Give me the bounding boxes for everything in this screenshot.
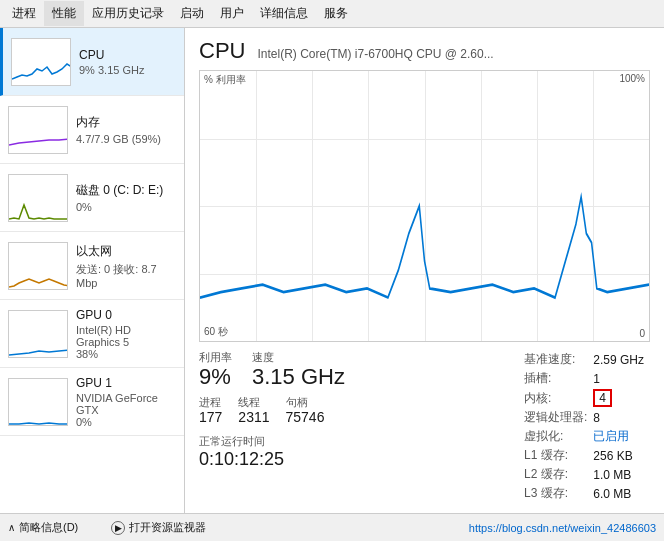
sidebar-item-memory[interactable]: 内存 4.7/7.9 GB (59%) <box>0 96 184 164</box>
uptime-value: 0:10:12:25 <box>199 449 419 470</box>
gpu0-subtitle: Intel(R) HD Graphics 5 <box>76 324 176 348</box>
l1-label: L1 缓存: <box>524 446 593 465</box>
gpu1-thumbnail <box>8 378 68 426</box>
disk-title: 磁盘 0 (C: D: E:) <box>76 182 176 199</box>
l3-value: 6.0 MB <box>593 484 650 503</box>
uptime-group: 正常运行时间 0:10:12:25 <box>199 434 419 470</box>
cpu-subtitle: 9% 3.15 GHz <box>79 64 176 76</box>
ethernet-title: 以太网 <box>76 243 176 260</box>
memory-title: 内存 <box>76 114 176 131</box>
menu-details[interactable]: 详细信息 <box>252 1 316 26</box>
ethernet-thumbnail <box>8 242 68 290</box>
menu-services[interactable]: 服务 <box>316 1 356 26</box>
gpu1-title: GPU 1 <box>76 376 176 390</box>
stats-row2: 进程 177 线程 2311 句柄 75746 <box>199 395 419 425</box>
thread-value: 2311 <box>238 410 269 425</box>
virt-value: 已启用 <box>593 427 650 446</box>
process-group: 进程 177 <box>199 395 222 425</box>
memory-info: 内存 4.7/7.9 GB (59%) <box>76 114 176 145</box>
base-speed-label: 基准速度: <box>524 350 593 369</box>
thread-label: 线程 <box>238 395 269 410</box>
cores-highlight: 4 <box>593 389 612 407</box>
gpu1-subtitle: NVIDIA GeForce GTX <box>76 392 176 416</box>
stats-row1: 利用率 9% 速度 3.15 GHz <box>199 350 419 389</box>
gpu1-info: GPU 1 NVIDIA GeForce GTX 0% <box>76 376 176 428</box>
utilization-value: 9% <box>199 365 232 389</box>
gpu0-thumbnail <box>8 310 68 358</box>
sidebar-item-disk[interactable]: 磁盘 0 (C: D: E:) 0% <box>0 164 184 232</box>
speed-group: 速度 3.15 GHz <box>252 350 345 389</box>
cpu-chart-svg <box>200 87 649 325</box>
stats-section: 利用率 9% 速度 3.15 GHz 进程 177 线程 23 <box>199 350 650 503</box>
speed-value: 3.15 GHz <box>252 365 345 389</box>
main-content: CPU 9% 3.15 GHz 内存 4.7/7.9 GB (59%) <box>0 28 664 513</box>
chart-area: % 利用率 100% 60 秒 0 <box>199 70 650 342</box>
summary-label: 简略信息(D) <box>19 520 78 535</box>
uptime-label: 正常运行时间 <box>199 434 419 449</box>
status-bar-left: ∧ 简略信息(D) ▶ 打开资源监视器 <box>8 520 206 535</box>
chevron-up-icon: ∧ <box>8 522 15 533</box>
gpu1-subtitle2: 0% <box>76 416 176 428</box>
disk-thumbnail <box>8 174 68 222</box>
sidebar-item-gpu1[interactable]: GPU 1 NVIDIA GeForce GTX 0% <box>0 368 184 436</box>
menu-performance[interactable]: 性能 <box>44 1 84 26</box>
chart-x-max: 0 <box>639 328 645 339</box>
virt-label: 虚拟化: <box>524 427 593 446</box>
handle-label: 句柄 <box>286 395 325 410</box>
panel-header: CPU Intel(R) Core(TM) i7-6700HQ CPU @ 2.… <box>199 38 650 64</box>
status-bar-link: https://blog.csdn.net/weixin_42486603 <box>469 522 656 534</box>
thread-group: 线程 2311 <box>238 395 269 425</box>
summary-button[interactable]: ∧ 简略信息(D) <box>8 520 78 535</box>
memory-thumbnail <box>8 106 68 154</box>
l1-value: 256 KB <box>593 446 650 465</box>
monitor-icon: ▶ <box>111 521 125 535</box>
panel-subtitle: Intel(R) Core(TM) i7-6700HQ CPU @ 2.60..… <box>257 47 493 61</box>
disk-info: 磁盘 0 (C: D: E:) 0% <box>76 182 176 213</box>
right-panel: CPU Intel(R) Core(TM) i7-6700HQ CPU @ 2.… <box>185 28 664 513</box>
disk-subtitle: 0% <box>76 201 176 213</box>
menu-users[interactable]: 用户 <box>212 1 252 26</box>
handle-group: 句柄 75746 <box>286 395 325 425</box>
panel-title: CPU <box>199 38 245 64</box>
l2-value: 1.0 MB <box>593 465 650 484</box>
l3-label: L3 缓存: <box>524 484 593 503</box>
ethernet-subtitle: 发送: 0 接收: 8.7 Mbp <box>76 262 176 289</box>
left-stats: 利用率 9% 速度 3.15 GHz 进程 177 线程 23 <box>199 350 419 503</box>
speed-label: 速度 <box>252 350 345 365</box>
utilization-group: 利用率 9% <box>199 350 232 389</box>
menu-app-history[interactable]: 应用历史记录 <box>84 1 172 26</box>
base-speed-value: 2.59 GHz <box>593 350 650 369</box>
menu-process[interactable]: 进程 <box>4 1 44 26</box>
sidebar-item-ethernet[interactable]: 以太网 发送: 0 接收: 8.7 Mbp <box>0 232 184 300</box>
process-value: 177 <box>199 410 222 425</box>
sidebar-item-cpu[interactable]: CPU 9% 3.15 GHz <box>0 28 184 96</box>
cores-label: 内核: <box>524 388 593 408</box>
gpu0-subtitle2: 38% <box>76 348 176 360</box>
menu-bar: 进程 性能 应用历史记录 启动 用户 详细信息 服务 <box>0 0 664 28</box>
handle-value: 75746 <box>286 410 325 425</box>
chart-y-max: 100% <box>619 73 645 84</box>
gpu0-info: GPU 0 Intel(R) HD Graphics 5 38% <box>76 308 176 360</box>
ethernet-info: 以太网 发送: 0 接收: 8.7 Mbp <box>76 243 176 289</box>
logical-label: 逻辑处理器: <box>524 408 593 427</box>
chart-x-min: 60 秒 <box>204 325 228 339</box>
memory-subtitle: 4.7/7.9 GB (59%) <box>76 133 176 145</box>
monitor-label: 打开资源监视器 <box>129 520 206 535</box>
sockets-value: 1 <box>593 369 650 388</box>
cpu-title: CPU <box>79 48 176 62</box>
cpu-info: CPU 9% 3.15 GHz <box>79 48 176 76</box>
gpu0-title: GPU 0 <box>76 308 176 322</box>
monitor-button[interactable]: ▶ 打开资源监视器 <box>111 520 206 535</box>
sockets-label: 插槽: <box>524 369 593 388</box>
right-stats: 基准速度: 2.59 GHz 插槽: 1 内核: 4 逻辑处理器: <box>524 350 650 503</box>
l2-label: L2 缓存: <box>524 465 593 484</box>
cpu-thumbnail <box>11 38 71 86</box>
cores-value: 4 <box>593 388 650 408</box>
status-bar: ∧ 简略信息(D) ▶ 打开资源监视器 https://blog.csdn.ne… <box>0 513 664 541</box>
utilization-label: 利用率 <box>199 350 232 365</box>
sidebar: CPU 9% 3.15 GHz 内存 4.7/7.9 GB (59%) <box>0 28 185 513</box>
menu-startup[interactable]: 启动 <box>172 1 212 26</box>
process-label: 进程 <box>199 395 222 410</box>
logical-value: 8 <box>593 408 650 427</box>
sidebar-item-gpu0[interactable]: GPU 0 Intel(R) HD Graphics 5 38% <box>0 300 184 368</box>
